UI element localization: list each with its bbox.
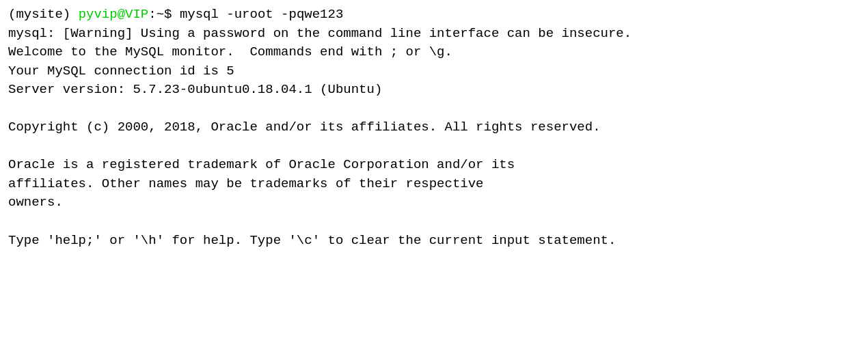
command-line: (mysite) pyvip@VIP:~$ mysql -uroot -pqwe…: [8, 5, 860, 25]
oracle-line1: Oracle is a registered trademark of Orac…: [8, 156, 860, 175]
welcome-line: Welcome to the MySQL monitor. Commands e…: [8, 43, 860, 62]
prompt-prefix: (mysite): [8, 7, 79, 22]
connection-id-line: Your MySQL connection id is 5: [8, 62, 860, 81]
warning-line: mysql: [Warning] Using a password on the…: [8, 25, 860, 44]
server-version-line: Server version: 5.7.23-0ubuntu0.18.04.1 …: [8, 81, 860, 100]
empty-line-2: [8, 137, 860, 156]
oracle-line2: affiliates. Other names may be trademark…: [8, 175, 860, 194]
prompt-user: pyvip@VIP: [79, 7, 149, 22]
terminal-output: (mysite) pyvip@VIP:~$ mysql -uroot -pqwe…: [8, 5, 860, 250]
empty-line-1: [8, 100, 860, 119]
prompt-symbol: $: [164, 7, 180, 22]
empty-line-3: [8, 212, 860, 232]
prompt-path: :~: [148, 7, 164, 22]
command-text: mysql -uroot -pqwe123: [180, 7, 343, 22]
help-line: Type 'help;' or '\h' for help. Type '\c'…: [8, 232, 860, 251]
copyright-line: Copyright (c) 2000, 2018, Oracle and/or …: [8, 118, 860, 137]
oracle-line3: owners.: [8, 193, 860, 212]
